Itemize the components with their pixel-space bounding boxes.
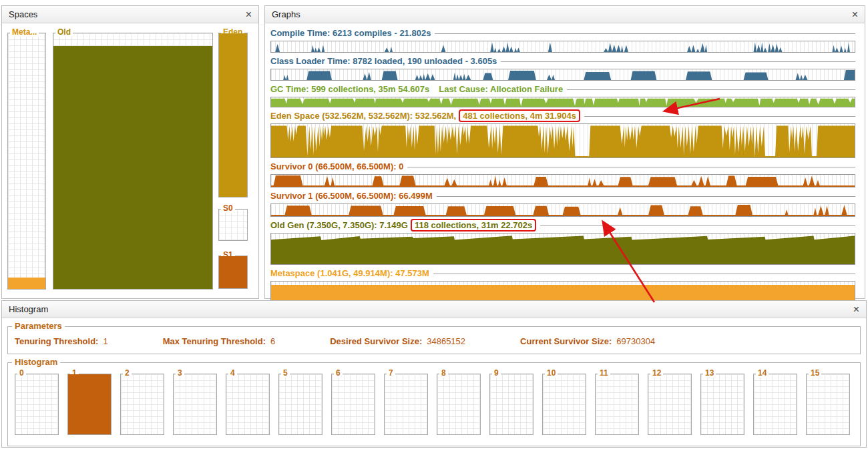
histogram-close-icon[interactable]: × — [853, 304, 859, 315]
parameter-item-0: Tenuring Threshold:1 — [15, 336, 108, 346]
spaces-panel: Spaces × Meta...OldEdenS0S1 — [1, 5, 259, 299]
histogram-bin-14: 14 — [753, 374, 797, 435]
histogram-fieldset: Histogram 0123456789101112131415 — [7, 362, 861, 446]
graph-row-metaspace: Metaspace (1.041G, 49.914M): 47.573M — [270, 268, 855, 304]
graph-title-classloader: Class Loader Time: 8782 loaded, 190 unlo… — [270, 56, 497, 66]
parameter-item-2: Desired Survivor Size:34865152 — [330, 336, 465, 346]
space-fill-meta — [8, 278, 45, 289]
histogram-bin-1: 1 — [67, 374, 112, 435]
histogram-bin-8: 8 — [437, 374, 481, 435]
parameter-label-1: Max Tenuring Threshold: — [163, 336, 266, 346]
histogram-bin-7: 7 — [384, 374, 428, 435]
histogram-panel-title: Histogram — [9, 304, 48, 314]
graph-strip-survivor0 — [270, 174, 855, 187]
histogram-bin-label-12: 12 — [650, 368, 663, 378]
graph-strip-compile — [270, 41, 855, 53]
spaces-close-icon[interactable]: × — [246, 9, 252, 20]
graph-title-metaspace: Metaspace (1.041G, 49.914M): 47.573M — [270, 268, 429, 278]
parameter-value-0: 1 — [103, 336, 107, 346]
graph-row-oldgen: Old Gen (7.350G, 7.350G): 7.149G118 coll… — [270, 219, 855, 265]
graph-row-survivor0: Survivor 0 (66.500M, 66.500M): 0 — [270, 161, 855, 187]
graph-title-eden: Eden Space (532.562M, 532.562M): 532.562… — [270, 111, 456, 121]
graph-row-compile: Compile Time: 6213 compiles - 21.802s — [270, 27, 855, 53]
space-label-s0: S0 — [221, 203, 235, 213]
graph-row-survivor1: Survivor 1 (66.500M, 66.500M): 66.499M — [270, 190, 855, 217]
graph-strip-eden — [270, 123, 855, 158]
histogram-bin-10: 10 — [542, 374, 586, 435]
graph-strip-survivor1 — [270, 203, 855, 217]
histogram-bin-4: 4 — [226, 374, 270, 435]
space-box-s0: S0 — [218, 209, 248, 241]
parameters-row: Tenuring Threshold:1Max Tenuring Thresho… — [8, 327, 860, 352]
graph-title-compile: Compile Time: 6213 compiles - 21.802s — [270, 28, 431, 38]
spaces-body: Meta...OldEdenS0S1 — [2, 23, 258, 298]
histogram-bin-label-14: 14 — [756, 368, 769, 378]
space-fill-old — [53, 46, 212, 289]
parameter-label-3: Current Survivor Size: — [520, 336, 612, 346]
graph-row-eden: Eden Space (532.562M, 532.562M): 532.562… — [270, 110, 855, 158]
histogram-bin-15: 15 — [806, 374, 850, 435]
parameters-fieldset: Parameters Tenuring Threshold:1Max Tenur… — [7, 326, 861, 354]
histogram-bin-label-6: 6 — [334, 368, 343, 378]
parameter-item-1: Max Tenuring Threshold:6 — [163, 336, 276, 346]
space-fill-eden — [219, 33, 247, 197]
spaces-panel-header: Spaces × — [2, 6, 258, 23]
histogram-bin-label-11: 11 — [598, 368, 610, 378]
histogram-bin-label-2: 2 — [123, 368, 132, 378]
histogram-panel: Histogram × Parameters Tenuring Threshol… — [1, 300, 867, 448]
histogram-bin-label-8: 8 — [439, 368, 448, 378]
graph-subtitle-gc: Last Cause: Allocation Failure — [439, 84, 563, 94]
graph-row-gc: GC Time: 599 collections, 35m 54.607sLas… — [270, 83, 855, 107]
space-label-old: Old — [55, 27, 73, 37]
histogram-bin-label-7: 7 — [387, 368, 395, 378]
histogram-bin-label-4: 4 — [228, 368, 237, 378]
annotation-box-eden: 481 collections, 4m 31.904s — [459, 109, 580, 122]
graph-title-oldgen: Old Gen (7.350G, 7.350G): 7.149G — [270, 220, 408, 230]
parameter-value-1: 6 — [270, 336, 275, 346]
spaces-panel-title: Spaces — [9, 9, 37, 19]
histogram-bin-label-0: 0 — [17, 368, 26, 378]
graph-strip-oldgen — [270, 233, 855, 265]
graphs-close-icon[interactable]: × — [852, 9, 858, 20]
graphs-panel-header: Graphs × — [265, 6, 865, 23]
histogram-bin-label-10: 10 — [545, 368, 558, 378]
histogram-bin-fill-1 — [68, 374, 111, 434]
parameter-value-2: 34865152 — [427, 336, 465, 346]
histogram-bin-5: 5 — [278, 374, 322, 435]
graph-title-gc: GC Time: 599 collections, 35m 54.607s — [270, 84, 429, 94]
histogram-bin-6: 6 — [331, 374, 375, 435]
parameter-label-0: Tenuring Threshold: — [15, 336, 98, 346]
histogram-bin-9: 9 — [489, 374, 533, 435]
graph-strip-gc — [270, 97, 855, 107]
parameters-title: Parameters — [12, 321, 65, 331]
space-box-meta: Meta... — [7, 33, 46, 290]
histogram-bin-2: 2 — [120, 374, 164, 435]
histogram-bin-label-15: 15 — [809, 368, 821, 378]
parameter-item-3: Current Survivor Size:69730304 — [520, 336, 655, 346]
space-box-eden: Eden — [218, 33, 248, 197]
histogram-bin-12: 12 — [648, 374, 692, 435]
graphs-panel: Graphs × Compile Time: 6213 compiles - 2… — [264, 5, 865, 299]
space-label-meta: Meta... — [10, 27, 39, 37]
graph-title-survivor1: Survivor 1 (66.500M, 66.500M): 66.499M — [270, 191, 433, 201]
histogram-bin-label-5: 5 — [281, 368, 290, 378]
histogram-bin-3: 3 — [173, 374, 217, 435]
histogram-bin-label-9: 9 — [492, 368, 501, 378]
space-fill-s1 — [219, 256, 247, 288]
space-box-s1: S1 — [218, 256, 248, 289]
graph-title-survivor0: Survivor 0 (66.500M, 66.500M): 0 — [270, 161, 403, 171]
graph-strip-classloader — [270, 69, 855, 81]
histogram-bin-11: 11 — [595, 374, 639, 435]
histogram-bin-label-3: 3 — [176, 368, 184, 378]
histogram-bins-row: 0123456789101112131415 — [8, 363, 860, 442]
histogram-bin-0: 0 — [15, 374, 59, 435]
histogram-body: Parameters Tenuring Threshold:1Max Tenur… — [2, 326, 866, 446]
histogram-bin-13: 13 — [700, 374, 744, 435]
graph-row-classloader: Class Loader Time: 8782 loaded, 190 unlo… — [270, 55, 855, 81]
space-box-old: Old — [53, 33, 213, 290]
visualgc-window: Spaces × Meta...OldEdenS0S1 Graphs × Com… — [0, 0, 868, 449]
histogram-panel-header: Histogram × — [2, 301, 866, 318]
histogram-fieldset-title: Histogram — [12, 357, 60, 367]
parameter-value-3: 69730304 — [616, 336, 655, 346]
annotation-box-oldgen: 118 collections, 31m 22.702s — [411, 219, 536, 232]
